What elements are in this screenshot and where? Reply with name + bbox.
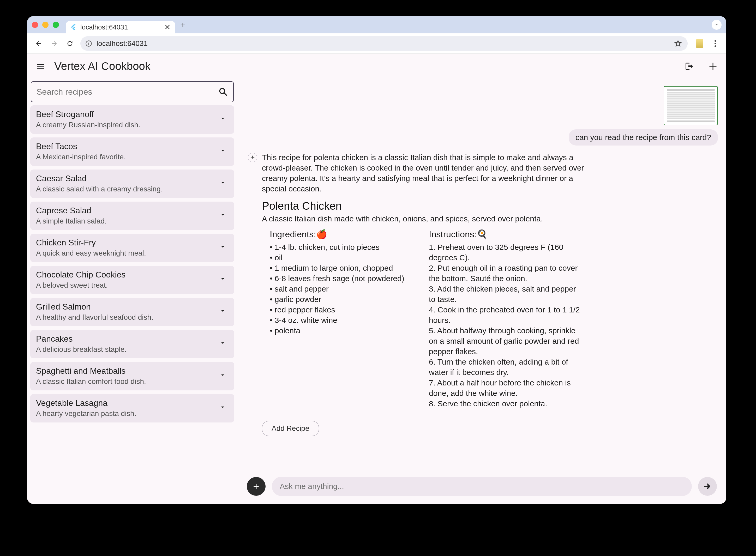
recipe-item-title: Chicken Stir-Fry (36, 238, 216, 247)
instruction-step: 7. About a half hour before the chicken … (429, 378, 580, 398)
minimize-window-button[interactable] (42, 22, 48, 28)
close-tab-button[interactable]: ✕ (163, 23, 171, 32)
browser-tab[interactable]: localhost:64031 ✕ (66, 21, 175, 33)
browser-window: localhost:64031 ✕ + localhost:64031 (27, 16, 726, 504)
uploaded-image-thumbnail[interactable] (664, 86, 718, 125)
recipe-item-title: Pancakes (36, 334, 216, 344)
recipe-item-title: Caprese Salad (36, 206, 216, 215)
app-bar: Vertex AI Cookbook (27, 54, 726, 79)
tabs-dropdown-button[interactable] (712, 20, 722, 30)
recipe-item-desc: A simple Italian salad. (36, 217, 216, 225)
chat-input[interactable] (280, 482, 684, 491)
recipe-item[interactable]: Pancakes A delicious breakfast staple. (30, 330, 234, 358)
recipe-item[interactable]: Vegetable Lasagna A hearty vegetarian pa… (30, 394, 234, 422)
instruction-step: 6. Turn the chicken often, adding a bit … (429, 357, 580, 378)
recipe-item-desc: A healthy and flavorful seafood dish. (36, 313, 216, 321)
chat-log: can you read the recipe from this card? … (237, 79, 726, 472)
svg-point-3 (715, 40, 716, 42)
browser-tabstrip: localhost:64031 ✕ + (27, 16, 726, 33)
chevron-down-icon (219, 243, 229, 252)
recipe-title: Polenta Chicken (262, 200, 718, 212)
instruction-step: 1. Preheat oven to 325 degrees F (160 de… (429, 242, 580, 263)
send-button[interactable] (698, 477, 717, 496)
svg-point-4 (715, 43, 716, 44)
instructions-heading: Instructions:🍳 (429, 229, 580, 239)
svg-point-5 (715, 45, 716, 47)
chat-area: can you read the recipe from this card? … (237, 79, 726, 504)
ingredients-heading: Ingredients:🍎 (270, 229, 418, 239)
add-button[interactable] (707, 60, 719, 73)
chevron-down-icon (219, 147, 229, 156)
chevron-down-icon (219, 115, 229, 124)
svg-rect-1 (89, 43, 89, 45)
chevron-down-icon (219, 275, 229, 284)
search-icon (218, 87, 228, 97)
recipe-item-title: Beef Tacos (36, 142, 216, 151)
recipe-item-desc: A beloved sweet treat. (36, 281, 216, 289)
scrollbar-thumb[interactable] (234, 178, 234, 314)
ingredient-line: • garlic powder (270, 294, 418, 305)
recipe-item-title: Caesar Salad (36, 174, 216, 183)
recipe-item-title: Grilled Salmon (36, 302, 216, 312)
search-input[interactable] (37, 87, 215, 97)
recipe-item-desc: A quick and easy weeknight meal. (36, 249, 216, 257)
chat-input-field[interactable] (272, 477, 692, 496)
search-recipes-field[interactable] (31, 81, 234, 102)
recipe-item-desc: A hearty vegetarian pasta dish. (36, 410, 216, 418)
ingredient-line: • 1 medium to large onion, chopped (270, 263, 418, 273)
chevron-down-icon (219, 404, 229, 413)
instruction-step: 5. About halfway through cooking, sprink… (429, 325, 580, 357)
close-window-button[interactable] (32, 22, 38, 28)
url-text: localhost:64031 (97, 39, 670, 48)
recipe-item-title: Chocolate Chip Cookies (36, 270, 216, 280)
sparkle-icon[interactable]: ✦ (248, 153, 257, 162)
app-shell: Vertex AI Cookbook (27, 54, 726, 504)
chevron-down-icon (219, 179, 229, 188)
assistant-message: This recipe for polenta chicken is a cla… (262, 152, 585, 194)
recipe-item[interactable]: Chocolate Chip Cookies A beloved sweet t… (30, 266, 234, 294)
forward-button[interactable] (49, 38, 60, 49)
ingredient-line: • 3-4 oz. white wine (270, 315, 418, 325)
flutter-icon (70, 24, 77, 31)
recipe-card: Polenta Chicken A classic Italian dish m… (262, 200, 718, 409)
instruction-step: 2. Put enough oil in a roasting pan to c… (429, 263, 580, 284)
recipe-item[interactable]: Grilled Salmon A healthy and flavorful s… (30, 298, 234, 326)
recipe-item[interactable]: Beef Stroganoff A creamy Russian-inspire… (30, 105, 234, 134)
instruction-step: 4. Cook in the preheated oven for 1 to 1… (429, 305, 580, 325)
ingredient-line: • 6-8 leaves fresh sage (not powdered) (270, 273, 418, 284)
instruction-step: 8. Serve the chicken over polenta. (429, 398, 580, 409)
svg-rect-2 (89, 42, 89, 42)
browser-toolbar: localhost:64031 (27, 33, 726, 54)
bookmark-star-icon[interactable] (674, 40, 682, 47)
recipe-item[interactable]: Chicken Stir-Fry A quick and easy weekni… (30, 234, 234, 262)
app-title: Vertex AI Cookbook (54, 60, 673, 72)
new-tab-button[interactable]: + (177, 19, 188, 30)
address-bar[interactable]: localhost:64031 (80, 36, 688, 51)
add-recipe-button[interactable]: Add Recipe (262, 421, 319, 436)
recipe-item-desc: A creamy Russian-inspired dish. (36, 121, 216, 129)
chevron-down-icon (219, 211, 229, 220)
recipe-item[interactable]: Beef Tacos A Mexican-inspired favorite. (30, 137, 234, 166)
maximize-window-button[interactable] (53, 22, 59, 28)
attach-button[interactable]: + (247, 477, 266, 496)
recipe-list[interactable]: Beef Stroganoff A creamy Russian-inspire… (30, 105, 234, 504)
ingredient-line: • red pepper flakes (270, 305, 418, 315)
recipe-item[interactable]: Caesar Salad A classic salad with a crea… (30, 170, 234, 198)
ingredient-line: • polenta (270, 325, 418, 336)
svg-line-7 (225, 93, 227, 96)
recipe-item-desc: A classic Italian comfort food dish. (36, 377, 216, 386)
drawer-menu-button[interactable] (34, 60, 47, 73)
recipe-item[interactable]: Spaghetti and Meatballs A classic Italia… (30, 362, 234, 390)
window-controls (32, 22, 59, 28)
recipe-item[interactable]: Caprese Salad A simple Italian salad. (30, 202, 234, 230)
browser-menu-button[interactable] (711, 39, 720, 48)
logout-button[interactable] (683, 60, 696, 73)
chevron-down-icon (219, 307, 229, 317)
user-message: can you read the recipe from this card? (569, 129, 718, 145)
recipe-item-title: Beef Stroganoff (36, 109, 216, 119)
extension-icon[interactable] (695, 39, 705, 48)
instruction-step: 3. Add the chicken pieces, salt and pepp… (429, 284, 580, 305)
recipe-item-desc: A classic salad with a creamy dressing. (36, 185, 216, 193)
back-button[interactable] (33, 38, 44, 49)
reload-button[interactable] (65, 38, 75, 49)
